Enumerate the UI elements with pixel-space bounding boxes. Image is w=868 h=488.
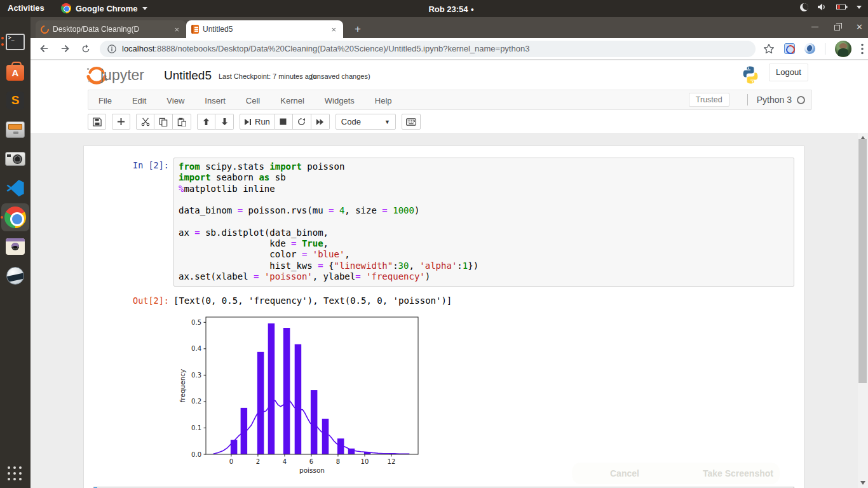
menu-insert[interactable]: Insert — [194, 90, 236, 109]
dock-cheese[interactable] — [4, 235, 27, 258]
dock-terminal[interactable]: >_ — [4, 30, 27, 53]
tab-untitled5[interactable]: Untitled5 × — [186, 20, 343, 38]
restore-button[interactable] — [834, 25, 840, 30]
scroll-down-icon[interactable] — [860, 481, 865, 485]
svg-text:4: 4 — [283, 458, 287, 465]
window-controls: ✕ — [811, 22, 863, 33]
menubar-right: Trusted Python 3 — [689, 90, 811, 109]
menu-kernel[interactable]: Kernel — [270, 90, 315, 109]
menubar-row: File Edit View Insert Cell Kernel Widget… — [31, 90, 868, 111]
scrollbar-thumb[interactable] — [858, 139, 867, 383]
svg-text:poisson: poisson — [299, 466, 325, 474]
browser-menu-icon[interactable] — [861, 43, 864, 55]
close-window-button[interactable]: ✕ — [856, 22, 863, 33]
interrupt-kernel-button[interactable] — [275, 114, 293, 130]
extension-icon[interactable] — [804, 43, 815, 54]
notebook-header: jupyter Untitled5 Last Checkpoint: 7 min… — [31, 60, 868, 90]
cell-type-select[interactable]: Code ▼ — [336, 114, 396, 130]
new-tab-button[interactable]: + — [351, 22, 365, 36]
profile-avatar[interactable] — [835, 41, 851, 57]
menu-cell[interactable]: Cell — [236, 90, 270, 109]
output-text: [Text(0, 0.5, 'frequency'), Text(0.5, 0,… — [173, 295, 452, 306]
run-cell-button[interactable]: Run — [240, 114, 275, 130]
restart-run-all-button[interactable] — [311, 114, 330, 130]
output-row: Out[2]: [Text(0, 0.5, 'frequency'), Text… — [93, 295, 794, 306]
output-prompt: Out[2]: — [93, 295, 173, 306]
notebook-title[interactable]: Untitled5 — [164, 69, 212, 83]
url-path: :8888/notebooks/Desktop/Data%20Cleaning(… — [154, 44, 529, 53]
move-cell-up-button[interactable] — [197, 114, 215, 130]
menu-edit[interactable]: Edit — [122, 90, 156, 109]
url-input[interactable]: localhost:8888/notebooks/Desktop/Data%20… — [100, 41, 756, 57]
paste-cell-button[interactable] — [173, 114, 191, 130]
cancel-button[interactable]: Cancel — [610, 468, 639, 478]
logout-button[interactable]: Logout — [769, 64, 808, 81]
back-button[interactable] — [36, 41, 51, 57]
cell-type-value: Code — [341, 117, 384, 126]
volume-icon — [817, 3, 827, 11]
code-editor[interactable]: from scipy.stats import poisson import s… — [179, 161, 789, 282]
forward-button[interactable] — [57, 41, 72, 57]
show-applications-button[interactable] — [6, 465, 24, 483]
app-menu[interactable]: Google Chrome — [61, 3, 147, 13]
svg-text:0.3: 0.3 — [191, 372, 201, 379]
menu-help[interactable]: Help — [365, 90, 402, 109]
terminal-icon: >_ — [6, 34, 25, 50]
svg-text:0.4: 0.4 — [191, 346, 201, 353]
jupyter-brand-text[interactable]: jupyter — [100, 67, 144, 84]
run-label: Run — [255, 117, 270, 126]
bookmark-star-icon[interactable] — [763, 43, 775, 55]
battery-icon — [836, 3, 848, 11]
copy-cell-button[interactable] — [154, 114, 173, 130]
chrome-icon — [61, 3, 71, 13]
input-prompt: In [2]: — [93, 155, 173, 287]
clock[interactable]: Rob 23:54 • — [407, 3, 496, 15]
code-input-area[interactable]: from scipy.stats import poisson import s… — [173, 158, 794, 287]
dock-sublime[interactable]: S — [4, 89, 27, 112]
svg-text:6: 6 — [309, 458, 313, 465]
take-screenshot-button[interactable]: Take Screenshot — [703, 468, 773, 478]
running-dot — [1, 43, 4, 46]
restart-kernel-button[interactable] — [293, 114, 311, 130]
menu-view[interactable]: View — [156, 90, 194, 109]
svg-text:0.1: 0.1 — [191, 424, 201, 431]
menu-widgets[interactable]: Widgets — [315, 90, 365, 109]
minimize-button[interactable] — [811, 27, 818, 28]
os-topbar: Activities Google Chrome Rob 23:54 • — [0, 0, 868, 17]
python-logo — [740, 65, 761, 85]
dock-files[interactable] — [4, 118, 27, 141]
scrollbar[interactable] — [858, 133, 868, 488]
dock-chrome[interactable] — [4, 206, 27, 229]
vscode-icon — [6, 179, 25, 198]
tab-strip: Desktop/Data Cleaning(D × Untitled5 × + … — [31, 17, 868, 38]
svg-text:2: 2 — [256, 458, 260, 465]
openshot-icon — [6, 267, 24, 285]
webcam-app-icon — [6, 238, 25, 255]
output-image: 0246810120.00.10.20.30.40.5poissonfreque… — [178, 313, 794, 483]
trusted-button[interactable]: Trusted — [689, 93, 729, 107]
tab-data-cleaning[interactable]: Desktop/Data Cleaning(D × — [36, 20, 186, 38]
sublime-icon: S — [6, 92, 24, 109]
svg-text:0.5: 0.5 — [191, 319, 201, 326]
close-tab-icon[interactable]: × — [172, 25, 181, 34]
move-cell-down-button[interactable] — [215, 114, 234, 130]
dock-openshot[interactable] — [4, 264, 27, 287]
system-status-icons[interactable] — [800, 3, 862, 11]
dock-camera[interactable] — [4, 147, 27, 170]
svg-text:0: 0 — [229, 458, 233, 465]
extension-idm-icon[interactable] — [784, 43, 795, 54]
dock-software[interactable]: A — [4, 60, 27, 83]
command-palette-button[interactable] — [402, 114, 421, 130]
menu-file[interactable]: File — [88, 90, 122, 109]
activities-button[interactable]: Activities — [8, 3, 44, 13]
insert-cell-button[interactable] — [112, 114, 130, 130]
divider — [747, 94, 748, 105]
cut-cell-button[interactable] — [136, 114, 154, 130]
code-cell[interactable]: In [2]: from scipy.stats import poisson … — [93, 155, 794, 287]
dock-vscode[interactable] — [4, 177, 27, 200]
ubuntu-software-icon: A — [6, 65, 24, 81]
reload-button[interactable] — [78, 41, 93, 57]
notification-dot: • — [471, 4, 474, 14]
save-button[interactable] — [88, 114, 106, 130]
close-tab-icon[interactable]: × — [329, 25, 338, 34]
